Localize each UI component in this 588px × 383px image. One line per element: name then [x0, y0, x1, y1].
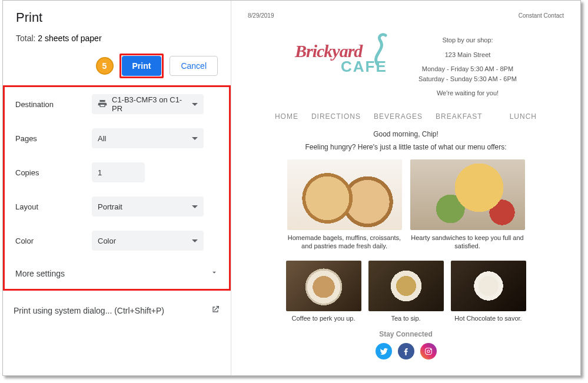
image-tea — [368, 261, 444, 311]
color-value: Color — [98, 237, 116, 245]
more-settings-label: More settings — [15, 269, 65, 278]
caption-bagels: Homemade bagels, muffins, croissants, an… — [287, 234, 402, 251]
nav-lunch[interactable]: LUNCH — [510, 112, 537, 121]
destination-value: C1-B3-CMF3 on C1-PR — [112, 95, 192, 113]
layout-label: Layout — [15, 202, 92, 211]
shop-info: Stop by our shop: 123 Main Street Monday… — [418, 35, 517, 98]
printer-icon — [98, 99, 107, 110]
copies-label: Copies — [15, 168, 92, 177]
color-dropdown[interactable]: Color — [92, 231, 204, 251]
shop-stop: Stop by our shop: — [418, 35, 517, 45]
image-bagels — [287, 159, 402, 230]
print-title: Print — [16, 10, 218, 25]
preview-pane: 8/29/2019 Constant Contact Brickyard CAF… — [231, 1, 580, 375]
card-sandwich: Hearty sandwiches to keep you full and s… — [410, 159, 525, 251]
caption-cocoa: Hot Chocolate to savor. — [451, 315, 526, 322]
brand-logo: Brickyard CAFE — [295, 32, 395, 87]
color-label: Color — [15, 237, 92, 245]
image-sandwich — [410, 159, 525, 230]
image-cocoa — [451, 261, 526, 311]
highlight-settings-group: Destination C1-B3-CMF3 on C1-PR Pages Al… — [3, 85, 231, 291]
preview-nav: HOME DIRECTIONS BEVERAGES BREAKFAST LUNC… — [244, 112, 567, 121]
caption-tea: Tea to sip. — [368, 315, 444, 322]
card-tea: Tea to sip. — [368, 261, 444, 322]
copies-input[interactable] — [92, 162, 145, 182]
shop-hours-2: Saturday - Sunday 5:30 AM - 6PM — [418, 74, 517, 84]
caption-coffee: Coffee to perk you up. — [286, 315, 361, 322]
facebook-icon[interactable] — [398, 343, 414, 359]
nav-home[interactable]: HOME — [275, 112, 298, 121]
card-coffee: Coffee to perk you up. — [286, 261, 361, 322]
chevron-down-icon — [192, 205, 198, 208]
print-total-sheets: 2 sheets of paper — [38, 34, 101, 43]
layout-dropdown[interactable]: Portrait — [92, 197, 204, 217]
chevron-down-icon — [192, 239, 198, 242]
pages-label: Pages — [15, 134, 92, 143]
pages-dropdown[interactable]: All — [92, 128, 204, 148]
layout-value: Portrait — [98, 202, 122, 211]
shop-waiting: We're waiting for you! — [418, 88, 517, 98]
pages-value: All — [98, 134, 106, 143]
logo-word-2: CAFE — [341, 58, 387, 76]
destination-label: Destination — [15, 100, 92, 109]
greeting: Good morning, Chip! — [244, 130, 567, 138]
card-bagels: Homemade bagels, muffins, croissants, an… — [287, 159, 402, 251]
instagram-icon[interactable] — [420, 343, 437, 359]
step-badge: 5 — [96, 57, 114, 75]
more-settings-toggle[interactable]: More settings — [5, 258, 229, 289]
print-total-prefix: Total: — [16, 34, 38, 43]
image-coffee — [286, 261, 361, 311]
twitter-icon[interactable] — [376, 343, 392, 359]
stay-connected: Stay Connected — [244, 330, 567, 338]
cancel-button[interactable]: Cancel — [170, 56, 218, 76]
nav-directions[interactable]: DIRECTIONS — [311, 112, 361, 121]
print-total: Total: 2 sheets of paper — [16, 34, 218, 43]
print-panel: Print Total: 2 sheets of paper 5 Print C… — [3, 1, 231, 375]
chevron-down-icon — [192, 137, 198, 140]
nav-breakfast[interactable]: BREAKFAST — [436, 112, 483, 121]
card-cocoa: Hot Chocolate to savor. — [451, 261, 526, 322]
preview-source: Constant Contact — [519, 12, 564, 19]
chevron-down-icon — [210, 268, 218, 278]
preview-date: 8/29/2019 — [248, 12, 274, 19]
system-dialog-row[interactable]: Print using system dialog... (Ctrl+Shift… — [3, 291, 231, 327]
external-link-icon[interactable] — [211, 305, 220, 316]
destination-dropdown[interactable]: C1-B3-CMF3 on C1-PR — [92, 94, 204, 114]
highlight-print-button: Print — [119, 54, 164, 78]
system-dialog-label: Print using system dialog... (Ctrl+Shift… — [14, 306, 164, 315]
chevron-down-icon — [192, 103, 198, 106]
nav-beverages[interactable]: BEVERAGES — [374, 112, 423, 121]
shop-hours-1: Monday - Friday 5:30 AM - 8PM — [418, 64, 517, 74]
shop-address: 123 Main Street — [418, 50, 517, 60]
print-button[interactable]: Print — [122, 56, 162, 76]
tagline: Feeling hungry? Here's just a little tas… — [244, 143, 567, 151]
caption-sandwich: Hearty sandwiches to keep you full and s… — [410, 234, 525, 251]
